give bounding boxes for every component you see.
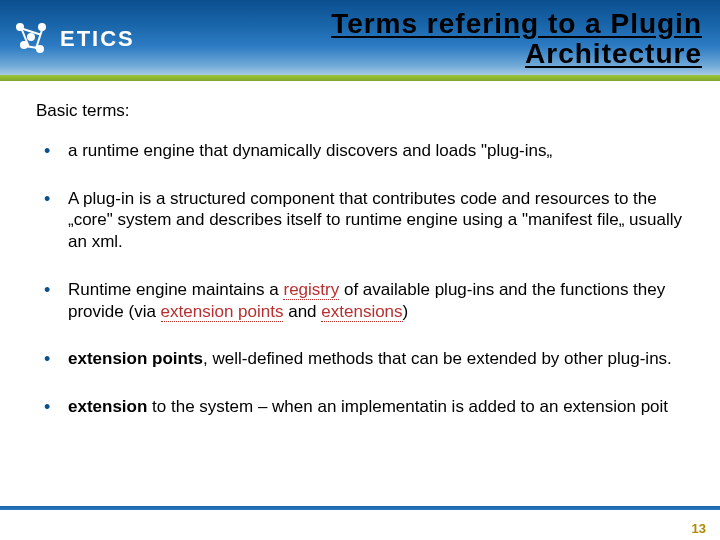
- slide-header: ETICS Terms refering to a Plugin Archite…: [0, 0, 720, 78]
- bullet-item-4: extension points, well-defined methods t…: [44, 348, 684, 370]
- bullet-item-5: extension to the system – when an implem…: [44, 396, 684, 418]
- term-extension-points: extension points: [161, 302, 284, 322]
- term-extensions: extensions: [321, 302, 402, 322]
- slide-footer: 13: [0, 510, 720, 540]
- term-registry: registry: [283, 280, 339, 300]
- title-line-2: Architecture: [525, 38, 702, 69]
- term-extension-points-def: extension points: [68, 349, 203, 368]
- slide-body: Basic terms: a runtime engine that dynam…: [0, 78, 720, 418]
- term-extension-def: extension: [68, 397, 147, 416]
- title-line-1: Terms refering to a Plugin: [331, 8, 702, 39]
- brand-name: ETICS: [60, 26, 135, 52]
- bullet-item-3: Runtime engine maintains a registry of a…: [44, 279, 684, 323]
- bullet-item-2: A plug-in is a structured component that…: [44, 188, 684, 253]
- brand-logo: ETICS: [14, 21, 135, 57]
- slide-title: Terms refering to a Plugin Architecture: [331, 9, 702, 69]
- bullet-item-1: a runtime engine that dynamically discov…: [44, 140, 684, 162]
- page-number: 13: [692, 521, 706, 536]
- logo-graph-icon: [14, 21, 50, 57]
- bullet-list: a runtime engine that dynamically discov…: [36, 140, 684, 418]
- basic-terms-heading: Basic terms:: [36, 100, 684, 122]
